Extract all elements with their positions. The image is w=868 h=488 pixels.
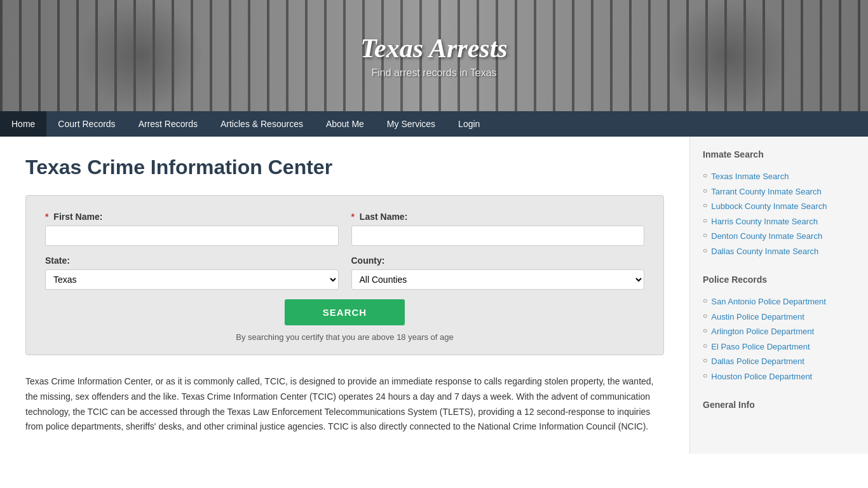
state-select[interactable]: Texas — [45, 269, 339, 290]
nav-item-about[interactable]: About Me — [315, 111, 376, 137]
general-info-title: General Info — [703, 400, 855, 413]
search-button[interactable]: SEARCH — [285, 299, 405, 325]
link-houston-pd[interactable]: Houston Police Department — [711, 370, 812, 383]
header-hands-left — [76, 0, 203, 111]
link-el-paso-pd[interactable]: El Paso Police Department — [711, 341, 810, 353]
link-texas-inmate-search[interactable]: Texas Inmate Search — [711, 170, 789, 183]
link-tarrant-county-inmate[interactable]: Tarrant County Inmate Search — [711, 186, 821, 198]
link-harris-county-inmate[interactable]: Harris County Inmate Search — [711, 215, 818, 228]
inmate-search-title: Inmate Search — [703, 149, 855, 163]
site-header: Texas Arrests Find arrest records in Tex… — [0, 0, 868, 111]
form-group-lastname: * Last Name: — [351, 212, 645, 246]
list-item: Harris County Inmate Search — [703, 214, 855, 229]
county-label: County: — [351, 255, 645, 266]
list-item: Dallas Police Department — [703, 354, 855, 369]
form-row-location: State: Texas County: All Counties — [45, 255, 644, 290]
state-label: State: — [45, 255, 339, 266]
nav-item-services[interactable]: My Services — [376, 111, 447, 137]
link-arlington-pd[interactable]: Arlington Police Department — [711, 325, 814, 338]
main-content: Texas Crime Information Center * First N… — [0, 137, 690, 454]
link-dallas-pd[interactable]: Dallas Police Department — [711, 355, 804, 368]
sidebar-section-inmate-search: Inmate Search Texas Inmate Search Tarran… — [703, 149, 855, 259]
list-item: Lubbock County Inmate Search — [703, 199, 855, 214]
list-item: Denton County Inmate Search — [703, 229, 855, 244]
main-navigation: Home Court Records Arrest Records Articl… — [0, 111, 868, 137]
last-name-input[interactable] — [351, 226, 645, 246]
nav-item-articles[interactable]: Articles & Resources — [209, 111, 315, 137]
list-item: San Antonio Police Department — [703, 294, 855, 309]
county-select[interactable]: All Counties — [351, 269, 645, 290]
search-disclaimer: By searching you certify that you are ab… — [236, 332, 454, 342]
list-item: Houston Police Department — [703, 369, 855, 384]
link-san-antonio-pd[interactable]: San Antonio Police Department — [711, 295, 826, 308]
list-item: Texas Inmate Search — [703, 169, 855, 184]
description-text: Texas Crime Information Center, or as it… — [25, 374, 664, 435]
sidebar-section-police-records: Police Records San Antonio Police Depart… — [703, 274, 855, 384]
header-content: Texas Arrests Find arrest records in Tex… — [360, 33, 507, 79]
header-hands-right — [665, 0, 792, 111]
form-row-names: * First Name: * Last Name: — [45, 212, 644, 246]
site-subtitle: Find arrest records in Texas — [360, 67, 507, 79]
nav-item-home[interactable]: Home — [0, 111, 46, 137]
list-item: Dallas County Inmate Search — [703, 244, 855, 259]
list-item: Tarrant County Inmate Search — [703, 184, 855, 200]
required-marker-lastname: * — [351, 212, 355, 222]
link-denton-county-inmate[interactable]: Denton County Inmate Search — [711, 230, 822, 243]
link-dallas-county-inmate[interactable]: Dallas County Inmate Search — [711, 245, 818, 258]
link-austin-pd[interactable]: Austin Police Department — [711, 311, 804, 323]
sidebar: Inmate Search Texas Inmate Search Tarran… — [690, 137, 868, 454]
police-records-title: Police Records — [703, 274, 855, 288]
search-form-container: * First Name: * Last Name: State: — [25, 195, 664, 355]
list-item: Arlington Police Department — [703, 324, 855, 339]
form-group-county: County: All Counties — [351, 255, 645, 290]
search-button-row: SEARCH By searching you certify that you… — [45, 299, 644, 342]
site-title: Texas Arrests — [360, 33, 507, 64]
link-lubbock-county-inmate[interactable]: Lubbock County Inmate Search — [711, 200, 827, 213]
last-name-label: * Last Name: — [351, 212, 645, 222]
required-marker-firstname: * — [45, 212, 48, 222]
list-item: El Paso Police Department — [703, 339, 855, 355]
sidebar-section-general-info: General Info — [703, 400, 855, 413]
page-container: Texas Crime Information Center * First N… — [0, 137, 868, 454]
inmate-search-list: Texas Inmate Search Tarrant County Inmat… — [703, 169, 855, 259]
nav-item-court-records[interactable]: Court Records — [46, 111, 126, 137]
list-item: Austin Police Department — [703, 309, 855, 325]
nav-item-arrest-records[interactable]: Arrest Records — [127, 111, 209, 137]
form-group-state: State: Texas — [45, 255, 339, 290]
nav-item-login[interactable]: Login — [447, 111, 491, 137]
first-name-input[interactable] — [45, 226, 339, 246]
form-group-firstname: * First Name: — [45, 212, 339, 246]
page-title: Texas Crime Information Center — [25, 156, 664, 179]
police-records-list: San Antonio Police Department Austin Pol… — [703, 294, 855, 384]
first-name-label: * First Name: — [45, 212, 339, 222]
